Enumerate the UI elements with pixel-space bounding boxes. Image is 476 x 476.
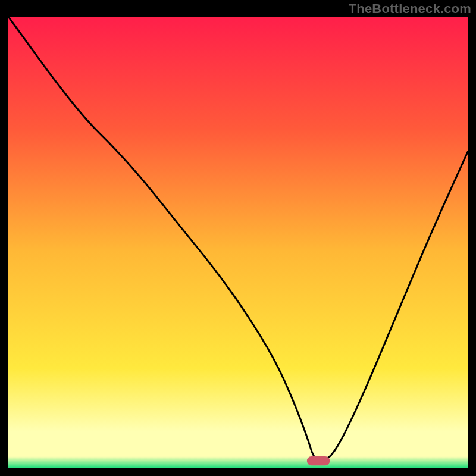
- chart-frame: TheBottleneck.com: [0, 0, 476, 476]
- watermark-text: TheBottleneck.com: [349, 1, 471, 17]
- optimal-marker: [307, 456, 330, 465]
- plot-svg: [8, 17, 468, 468]
- plot-area: [8, 17, 468, 468]
- gradient-background: [8, 17, 468, 468]
